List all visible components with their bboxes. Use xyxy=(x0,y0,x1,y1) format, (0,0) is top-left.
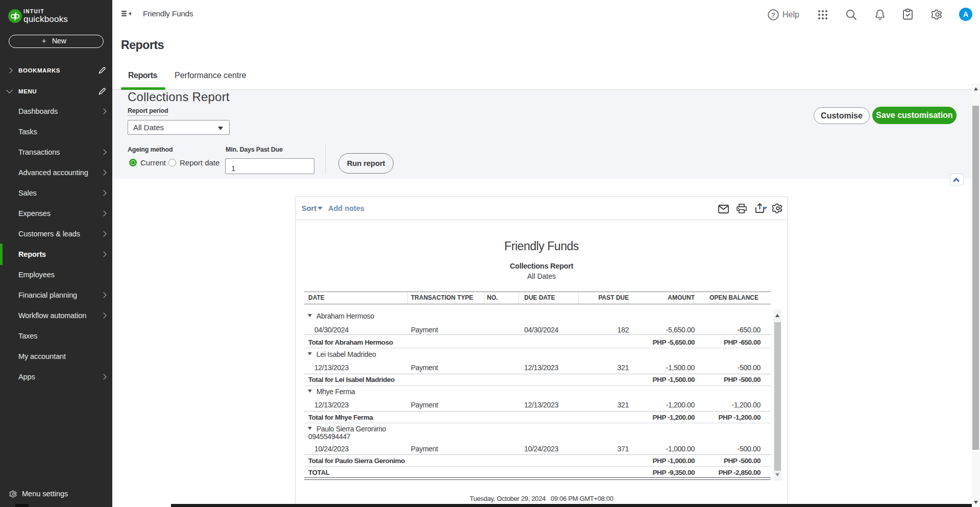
svg-text:?: ? xyxy=(771,11,775,19)
